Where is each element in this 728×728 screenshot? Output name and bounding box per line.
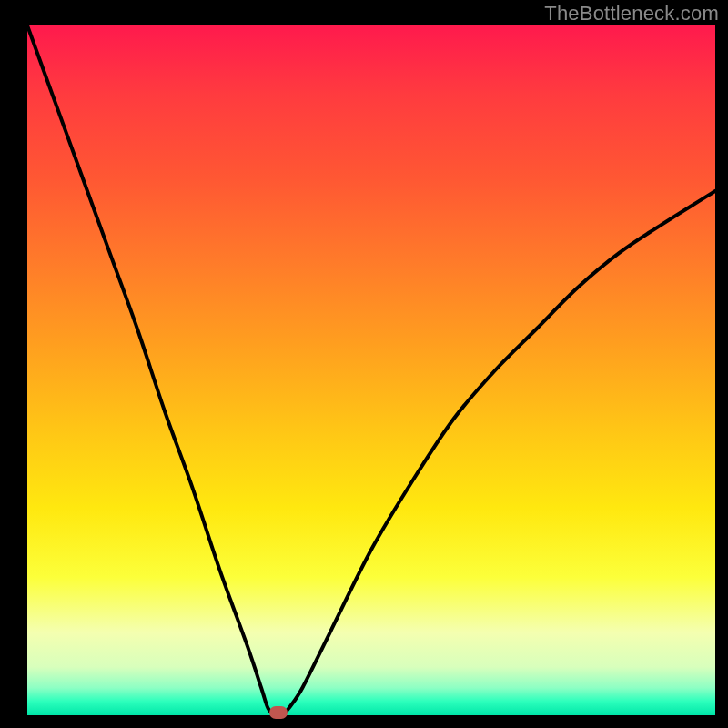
minimum-marker [269,706,288,719]
watermark-text: TheBottleneck.com [544,2,719,25]
plot-area [27,25,715,715]
chart-frame: TheBottleneck.com [0,0,728,728]
